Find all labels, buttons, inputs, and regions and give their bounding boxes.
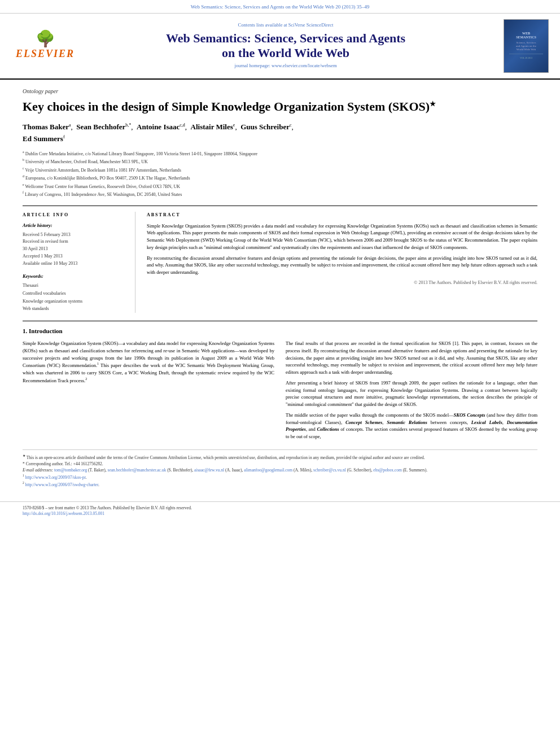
history-label: Article history: (23, 222, 127, 229)
email-miles[interactable]: alimanfoo@googlemail.com (244, 468, 292, 473)
cover-title-text: websemantics (516, 32, 536, 39)
sciverse-pre-text: Contents lists available at (238, 22, 288, 28)
author-miles: Alistair Miles (191, 123, 233, 131)
email-label: E-mail addresses: (23, 468, 53, 473)
author-baker-sup: a (69, 123, 71, 128)
email-baker[interactable]: tom@tombaker.org (54, 468, 87, 473)
paper-title-text: Key choices in the design of Simple Know… (23, 99, 436, 113)
abstract-label: ABSTRACT (147, 212, 537, 218)
sciverse-link-text[interactable]: SciVerse ScienceDirect (288, 22, 334, 28)
elsevier-tree-icon: 🌳 (36, 31, 55, 47)
email-bechhofer[interactable]: sean.bechhofer@manchester.ac.uk (108, 468, 167, 473)
article-info-col: ARTICLE INFO Article history: Received 5… (23, 212, 135, 313)
author-summers: Ed Summers (23, 134, 63, 143)
intro-right-para1: The final results of that process are re… (286, 340, 537, 376)
footnote-emails: E-mail addresses: tom@tombaker.org (T. B… (23, 467, 537, 473)
footnote-2: 2 http://www.w3.org/2006/07/swdwg-charte… (23, 480, 537, 488)
journal-homepage: journal homepage: www.elsevier.com/locat… (79, 63, 492, 69)
email-isaac[interactable]: aisaac@few.vu.nl (194, 468, 224, 473)
affil-e: e Wellcome Trust Centre for Human Geneti… (23, 182, 537, 190)
footnote-1-link[interactable]: http://www.w3.org/2009/07/skos-pr (25, 475, 86, 480)
affiliations: a Dublin Core Metadata Initiative, c/o N… (23, 150, 537, 199)
intro-right-para3: The middle section of the paper walks th… (286, 412, 537, 440)
cover-subtitle: Science, Servicesand Agents on theWorld … (516, 41, 536, 51)
footnote-ref-2: 2 (85, 377, 87, 381)
intro-title: Introduction (29, 327, 63, 334)
abstract-col: ABSTRACT Simple Knowledge Organization S… (147, 212, 537, 313)
author-summers-sup: f (63, 134, 65, 139)
header-section: 🌳 ELSEVIER Contents lists available at S… (0, 14, 560, 80)
available-date: Available online 10 May 2013 (23, 260, 127, 268)
journal-title: Web Semantics: Science, Services and Age… (79, 31, 492, 61)
footnote-ref-1: 1 (97, 362, 99, 365)
abstract-para-2: By reconstructing the discussion around … (147, 255, 537, 276)
journal-title-line2: on the World Wide Web (79, 46, 492, 60)
footnotes: ★ This is an open-access article distrib… (23, 449, 537, 488)
homepage-pre-text: journal homepage: (234, 63, 272, 68)
doi-link[interactable]: http://dx.doi.org/10.1016/j.websem.2013.… (23, 511, 104, 516)
author-baker: Thomas Baker (23, 123, 69, 131)
concept-schemes-term: Concept Schemes (345, 420, 382, 425)
revised-label: Received in revised form (23, 238, 127, 246)
paper-type: Ontology paper (23, 88, 537, 95)
intro-heading: 1. Introduction (23, 327, 537, 335)
intro-number: 1. (23, 327, 27, 334)
copyright-line: © 2013 The Authors. Published by Elsevie… (147, 279, 537, 286)
author-isaac: Antoine Isaac (137, 123, 180, 131)
authors-line: Thomas Bakera, Sean Bechhoferb,*, Antoin… (23, 121, 537, 145)
paper-title: Key choices in the design of Simple Know… (23, 99, 537, 115)
journal-top-bar: Web Semantics: Science, Services and Age… (0, 0, 560, 14)
issn-line: 1570-8268/$ – see front matter © 2013 Th… (23, 505, 537, 512)
footnote-2-link[interactable]: http://www.w3.org/2006/07/swdwg-charter (25, 482, 98, 487)
keyword-web: Web standards (23, 305, 127, 313)
keywords-label: Keywords: (23, 273, 127, 280)
journal-cover-image: websemantics Science, Servicesand Agents… (504, 19, 549, 73)
email-summers[interactable]: ehs@pobox.com (373, 468, 401, 473)
article-info-label: ARTICLE INFO (23, 212, 127, 218)
cover-divider (509, 54, 543, 54)
journal-header-center: Contents lists available at SciVerse Sci… (79, 22, 492, 70)
collections-term: Collections (317, 426, 339, 432)
intro-two-col: Simple Knowledge Organization System (SK… (23, 340, 537, 444)
journal-title-line1: Web Semantics: Science, Services and Age… (79, 31, 492, 46)
intro-left-para1: Simple Knowledge Organization System (SK… (23, 340, 274, 384)
accepted-date: Accepted 1 May 2013 (23, 253, 127, 260)
author-schreiber-sup: c (290, 123, 292, 128)
article-info-abstract: ARTICLE INFO Article history: Received 5… (23, 206, 537, 313)
received-date: Received 5 February 2013 (23, 231, 127, 239)
affil-d: d Europeana, c/o Koninklijke Bibliotheek… (23, 174, 537, 182)
doi-line: http://dx.doi.org/10.1016/j.websem.2013.… (23, 511, 537, 517)
sciverse-link: Contents lists available at SciVerse Sci… (79, 22, 492, 29)
elsevier-branding: 🌳 ELSEVIER (11, 31, 79, 61)
affil-c: c Vrije Universiteit Amsterdam, De Boele… (23, 166, 537, 174)
affil-f: f Library of Congress, 101 Independence … (23, 190, 537, 198)
intro-left-col: Simple Knowledge Organization System (SK… (23, 340, 274, 444)
skos-concepts-term: SKOS Concepts (454, 412, 485, 418)
semantic-relations-term: Semantic Relations (387, 420, 427, 425)
affil-b: b University of Manchester, Oxford Road,… (23, 158, 537, 165)
footnote-star: ★ This is an open-access article distrib… (23, 453, 537, 461)
author-miles-sup: e (233, 123, 235, 128)
abstract-para-1: Simple Knowledge Organization System (SK… (147, 222, 537, 251)
affil-a: a Dublin Core Metadata Initiative, c/o N… (23, 150, 537, 158)
keyword-thesauri: Thesauri (23, 282, 127, 290)
email-schreiber[interactable]: schreiber@cs.vu.nl (313, 468, 346, 473)
intro-right-col: The final results of that process are re… (286, 340, 537, 444)
homepage-link[interactable]: www.elsevier.com/locate/websem (272, 63, 337, 68)
keyword-controlled: Controlled vocabularies (23, 290, 127, 298)
journal-citation: Web Semantics: Science, Services and Age… (191, 4, 369, 10)
revised-date: 30 April 2013 (23, 246, 127, 253)
cover-vol: VOL 20 2013 (520, 56, 532, 60)
intro-right-para2: After presenting a brief history of SKOS… (286, 379, 537, 408)
elsevier-logo: ELSEVIER (16, 47, 75, 61)
lexical-labels-term: Lexical Labels (471, 420, 502, 425)
page: Web Semantics: Science, Services and Age… (0, 0, 560, 747)
author-bechhofer-sup: b,* (125, 123, 131, 128)
footnote-1: 1 http://www.w3.org/2009/07/skos-pr. (23, 473, 537, 480)
author-isaac-sup: c,d (180, 123, 185, 128)
keyword-knowledge: Knowledge organization systems (23, 298, 127, 305)
bottom-bar: 1570-8268/$ – see front matter © 2013 Th… (0, 501, 560, 521)
main-content: Ontology paper Key choices in the design… (0, 80, 560, 496)
title-star: ★ (430, 99, 436, 107)
journal-cover-right: websemantics Science, Servicesand Agents… (492, 19, 549, 73)
